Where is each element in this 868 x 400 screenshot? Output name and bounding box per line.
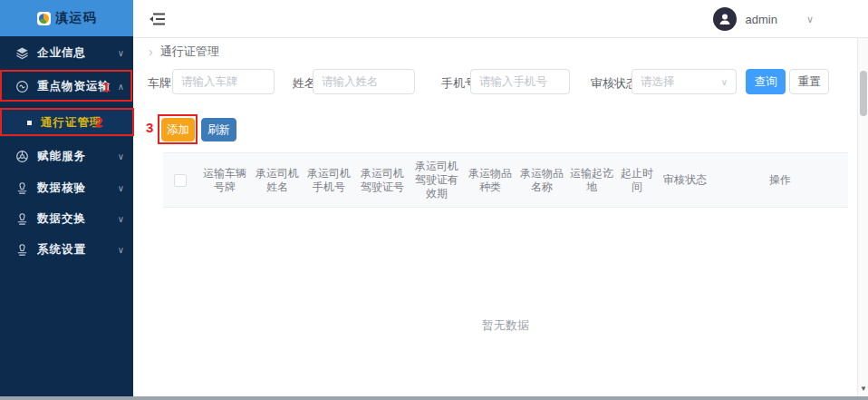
col-vehicle-plate: 运输车辆号牌: [198, 161, 252, 200]
chevron-down-icon: ∨: [118, 245, 124, 255]
stamp-icon: [14, 180, 29, 195]
chevron-down-icon: ∨: [806, 14, 814, 25]
select-all-cell: [163, 168, 198, 193]
user-avatar-icon: [713, 7, 737, 31]
col-driver-phone: 承运司机手机号: [303, 161, 355, 200]
horizontal-scrollbar[interactable]: [0, 396, 868, 400]
vertical-scrollbar-thumb[interactable]: [860, 71, 867, 116]
vertical-scrollbar[interactable]: ▼: [857, 38, 868, 396]
page: 滇运码 企业信息 ∨ 重点物资运输 ∧ 通行证管理 赋能服务 ∨: [0, 0, 868, 400]
cycle-icon: [14, 79, 29, 93]
sidebar-item-enterprise-info[interactable]: 企业信息 ∨: [0, 37, 133, 68]
plate-label: 车牌: [148, 75, 171, 92]
app-logo-icon: [37, 12, 51, 25]
reset-button[interactable]: 重置: [789, 69, 829, 94]
sidebar-item-data-verification[interactable]: 数据核验 ∨: [0, 172, 133, 203]
breadcrumb-arrow-icon: ›: [149, 44, 153, 59]
sidebar-item-key-materials-transport[interactable]: 重点物资运输 ∧: [0, 71, 133, 102]
status-select[interactable]: 请选择 ∨: [632, 69, 737, 94]
col-license-number: 承运司机驾驶证号: [355, 161, 410, 200]
empty-state-text: 暂无数据: [163, 317, 848, 334]
col-route: 运输起讫地: [567, 161, 616, 200]
chevron-up-icon: ∧: [118, 82, 124, 92]
chevron-down-icon: ∨: [118, 151, 124, 161]
col-license-validity: 承运司机驾驶证有效期: [410, 153, 464, 207]
user-menu[interactable]: admin ∨: [713, 7, 814, 31]
col-goods-category: 承运物品种类: [464, 161, 516, 200]
select-all-checkbox[interactable]: [174, 174, 187, 187]
col-goods-name: 承运物品名称: [516, 161, 567, 200]
passes-table: 运输车辆号牌 承运司机姓名 承运司机手机号 承运司机驾驶证号 承运司机驾驶证有效…: [163, 152, 848, 208]
col-review-status: 审核状态: [658, 167, 712, 193]
main-content: admin ∨ › 通行证管理 车牌 姓名 手机号 审核状态 请选择 ∨ 查询: [133, 0, 868, 396]
scroll-down-arrow-icon[interactable]: ▼: [860, 385, 867, 393]
chevron-down-icon: ∨: [118, 214, 124, 224]
chevron-down-icon: ∨: [721, 77, 728, 87]
refresh-button[interactable]: 刷新: [201, 118, 236, 141]
sidebar-fold-icon[interactable]: [148, 12, 166, 30]
table-header-row: 运输车辆号牌 承运司机姓名 承运司机手机号 承运司机驾驶证号 承运司机驾驶证有效…: [163, 152, 848, 208]
app-logo[interactable]: 滇运码: [0, 0, 133, 36]
col-time-range: 起止时间: [616, 161, 658, 200]
sidebar: 滇运码 企业信息 ∨ 重点物资运输 ∧ 通行证管理 赋能服务 ∨: [0, 0, 133, 396]
search-button[interactable]: 查询: [746, 69, 786, 94]
sidebar-item-data-exchange[interactable]: 数据交换 ∨: [0, 203, 133, 234]
sidebar-item-system-settings[interactable]: 系统设置 ∨: [0, 234, 133, 265]
sidebar-item-pass-management[interactable]: 通行证管理: [0, 108, 133, 137]
stamp-icon: [14, 242, 29, 257]
breadcrumb: › 通行证管理: [133, 38, 868, 65]
app-logo-text: 滇运码: [56, 10, 97, 26]
plate-input[interactable]: [172, 69, 275, 94]
stamp-icon: [14, 211, 29, 226]
chevron-down-icon: ∨: [118, 48, 124, 58]
phone-input[interactable]: [470, 69, 570, 94]
add-button[interactable]: 添加: [161, 118, 195, 141]
name-input[interactable]: [313, 69, 415, 94]
username-label: admin: [746, 13, 777, 26]
chevron-down-icon: ∨: [118, 183, 124, 193]
wheel-icon: [14, 149, 29, 163]
layers-icon: [14, 45, 29, 60]
topbar: admin ∨: [133, 0, 868, 38]
col-driver-name: 承运司机姓名: [252, 161, 303, 200]
status-select-placeholder: 请选择: [641, 74, 721, 90]
sidebar-item-enabling-services[interactable]: 赋能服务 ∨: [0, 141, 133, 171]
submenu-bullet-icon: [27, 121, 32, 125]
filter-bar: 车牌 姓名 手机号 审核状态 请选择 ∨ 查询 重置: [133, 69, 868, 94]
breadcrumb-current[interactable]: 通行证管理: [160, 44, 219, 60]
col-actions: 操作: [712, 167, 848, 193]
